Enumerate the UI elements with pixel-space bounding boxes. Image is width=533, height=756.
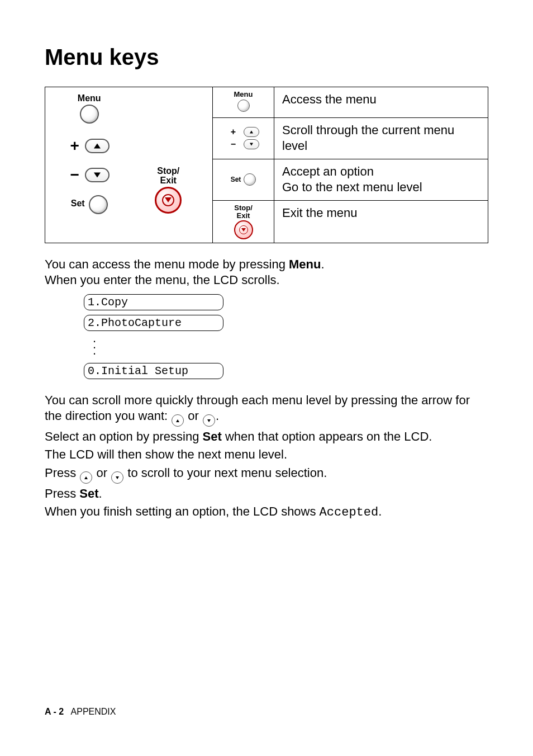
down-arrow-icon (111, 471, 123, 484)
down-button-icon (244, 139, 259, 149)
set-button-icon (89, 195, 108, 214)
menu-button-icon (237, 100, 250, 112)
panel-set-label: Set (71, 199, 85, 209)
panel-menu-label: Menu (78, 94, 101, 103)
stop-exit-button-icon (155, 187, 182, 214)
row-stop-icon: Stop/ Exit (213, 201, 274, 243)
menu-button-icon (80, 105, 99, 124)
up-arrow-icon (80, 471, 92, 484)
row-set-icon: Set (213, 159, 274, 200)
down-button-icon (85, 168, 110, 182)
row-scroll-desc: Scroll through the current menu level (274, 117, 488, 159)
next-level-para: The LCD will then show the next menu lev… (45, 447, 488, 462)
intro-para-1: You can access the menu mode by pressing… (45, 257, 488, 288)
panel-stop-label: Stop/ Exit (155, 167, 182, 186)
press-scroll-para: Press or to scroll to your next menu sel… (45, 465, 488, 484)
minus-sign: − (69, 166, 80, 184)
row-scroll-icon: + − (213, 117, 274, 159)
lcd-menu-list: 1.Copy 2.PhotoCapture ··· 0.Initial Setu… (84, 294, 488, 379)
page-footer: A - 2 APPENDIX (45, 707, 116, 717)
lcd-line: 1.Copy (84, 294, 223, 310)
row-menu-desc: Access the menu (274, 87, 488, 118)
control-panel-diagram: Menu + − (45, 87, 213, 243)
press-set-para: Press Set. (45, 486, 488, 502)
scroll-para: You can scroll more quickly through each… (45, 393, 488, 427)
down-arrow-icon (203, 414, 215, 427)
set-button-icon (244, 173, 256, 186)
lcd-line: 2.PhotoCapture (84, 315, 223, 331)
plus-sign: + (69, 137, 80, 155)
row-set-desc: Accept an option Go to the next menu lev… (274, 159, 488, 200)
select-para: Select an option by pressing Set when th… (45, 429, 488, 445)
stop-exit-button-icon (234, 220, 253, 239)
menu-keys-table: Menu + − (45, 87, 488, 243)
vertical-ellipsis: ··· (84, 336, 488, 358)
row-stop-desc: Exit the menu (274, 201, 488, 243)
lcd-line: 0.Initial Setup (84, 363, 223, 379)
up-button-icon (85, 139, 110, 153)
up-button-icon (244, 127, 259, 137)
up-arrow-icon (172, 414, 184, 427)
page-title: Menu keys (45, 45, 488, 70)
row-menu-icon: Menu (213, 87, 274, 118)
accepted-para: When you finish setting an option, the L… (45, 504, 488, 521)
